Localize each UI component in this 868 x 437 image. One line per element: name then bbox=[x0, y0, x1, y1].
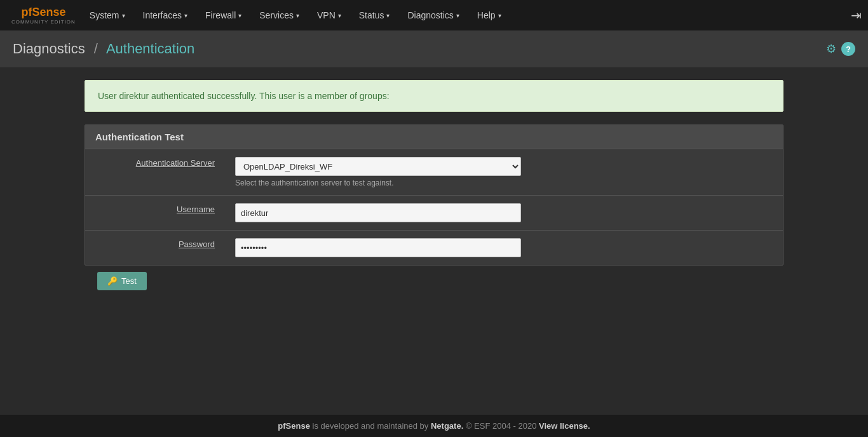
username-label-link[interactable]: Username bbox=[177, 205, 215, 214]
nav-label-services: Services bbox=[259, 10, 294, 20]
server-label: Authentication Server bbox=[136, 158, 215, 168]
logo-sub: COMMUNITY EDITION bbox=[11, 19, 76, 25]
password-row: Password bbox=[85, 231, 783, 266]
username-input-cell bbox=[225, 196, 783, 231]
nav-caret-status: ▾ bbox=[386, 12, 390, 19]
nav-item-services[interactable]: Services ▾ bbox=[250, 0, 308, 30]
breadcrumb-separator: / bbox=[94, 41, 98, 57]
footer-copy: © ESF 2004 - 2020 bbox=[466, 421, 539, 431]
nav-link-status[interactable]: Status ▾ bbox=[350, 0, 399, 30]
breadcrumb-parent: Diagnostics bbox=[13, 41, 85, 57]
server-select[interactable]: OpenLDAP_Direksi_WF Local Database bbox=[235, 157, 521, 176]
nav-caret-interfaces: ▾ bbox=[184, 12, 187, 19]
breadcrumb-bar: Diagnostics / Authentication ⚙ ? bbox=[0, 30, 868, 67]
breadcrumb-current: Authentication bbox=[106, 41, 194, 57]
nav-logo[interactable]: pfSense COMMUNITY EDITION bbox=[6, 4, 81, 26]
nav-caret-firewall: ▾ bbox=[238, 12, 241, 19]
nav-link-interfaces[interactable]: Interfaces ▾ bbox=[134, 0, 196, 30]
nav-link-firewall[interactable]: Firewall ▾ bbox=[196, 0, 250, 30]
server-row: Authentication Server OpenLDAP_Direksi_W… bbox=[85, 149, 783, 196]
password-input[interactable] bbox=[235, 238, 521, 257]
footer-brand: pfSense bbox=[278, 421, 310, 431]
password-input-cell bbox=[225, 231, 783, 266]
nav-link-services[interactable]: Services ▾ bbox=[250, 0, 308, 30]
nav-caret-system: ▾ bbox=[122, 12, 125, 19]
nav-link-system[interactable]: System ▾ bbox=[81, 0, 134, 30]
nav-item-firewall[interactable]: Firewall ▾ bbox=[196, 0, 250, 30]
password-label-link[interactable]: Password bbox=[179, 239, 215, 249]
card-body: Authentication Server OpenLDAP_Direksi_W… bbox=[85, 149, 783, 265]
main-content: User direktur authenticated successfully… bbox=[72, 67, 796, 303]
footer-company: Netgate. bbox=[431, 421, 463, 431]
footer-middle: is developed and maintained by bbox=[313, 421, 431, 431]
nav-item-diagnostics[interactable]: Diagnostics ▾ bbox=[398, 0, 468, 30]
footer: pfSense is developed and maintained by N… bbox=[0, 415, 868, 437]
nav-label-help: Help bbox=[477, 10, 496, 20]
nav-item-vpn[interactable]: VPN ▾ bbox=[308, 0, 350, 30]
form-table: Authentication Server OpenLDAP_Direksi_W… bbox=[85, 149, 783, 265]
nav-item-interfaces[interactable]: Interfaces ▾ bbox=[134, 0, 196, 30]
card-header: Authentication Test bbox=[85, 125, 783, 149]
test-button[interactable]: 🔑 Test bbox=[97, 272, 147, 290]
main-nav: pfSense COMMUNITY EDITION System ▾ Inter… bbox=[0, 0, 868, 30]
success-alert: User direktur authenticated successfully… bbox=[85, 80, 783, 112]
key-icon: 🔑 bbox=[107, 276, 118, 286]
nav-right: ⇥ bbox=[851, 8, 862, 23]
nav-label-firewall: Firewall bbox=[205, 10, 236, 20]
nav-caret-help: ▾ bbox=[498, 12, 501, 19]
nav-menu: System ▾ Interfaces ▾ Firewall ▾ Service… bbox=[81, 0, 510, 30]
help-icon[interactable]: ? bbox=[841, 42, 855, 56]
server-help: Select the authentication server to test… bbox=[235, 178, 773, 187]
nav-caret-vpn: ▾ bbox=[338, 12, 341, 19]
exit-icon: ⇥ bbox=[851, 8, 862, 22]
username-row: Username bbox=[85, 196, 783, 231]
nav-label-system: System bbox=[90, 10, 119, 20]
nav-link-vpn[interactable]: VPN ▾ bbox=[308, 0, 350, 30]
test-button-label: Test bbox=[121, 276, 137, 286]
card-title: Authentication Test bbox=[95, 131, 184, 142]
breadcrumb-actions: ⚙ ? bbox=[826, 42, 855, 56]
password-label: Password bbox=[179, 239, 215, 249]
alert-message: User direktur authenticated successfully… bbox=[98, 91, 390, 101]
nav-item-help[interactable]: Help ▾ bbox=[468, 0, 510, 30]
password-label-cell: Password bbox=[85, 231, 225, 266]
username-input[interactable] bbox=[235, 203, 521, 222]
nav-label-interfaces: Interfaces bbox=[143, 10, 182, 20]
nav-item-status[interactable]: Status ▾ bbox=[350, 0, 399, 30]
nav-label-vpn: VPN bbox=[317, 10, 336, 20]
nav-item-system[interactable]: System ▾ bbox=[81, 0, 134, 30]
settings-icon[interactable]: ⚙ bbox=[826, 42, 836, 56]
server-label-link[interactable]: Authentication Server bbox=[136, 158, 215, 168]
nav-caret-services: ▾ bbox=[296, 12, 299, 19]
nav-link-help[interactable]: Help ▾ bbox=[468, 0, 510, 30]
footer-license-text: View license. bbox=[539, 421, 590, 431]
server-label-cell: Authentication Server bbox=[85, 149, 225, 196]
username-label: Username bbox=[177, 205, 215, 214]
logo-pf: pf bbox=[21, 6, 32, 18]
nav-link-diagnostics[interactable]: Diagnostics ▾ bbox=[398, 0, 468, 30]
auth-test-card: Authentication Test Authentication Serve… bbox=[85, 124, 783, 266]
nav-label-diagnostics: Diagnostics bbox=[407, 10, 453, 20]
logo-brand: pfSense bbox=[21, 6, 65, 19]
logo-sense: Sense bbox=[32, 6, 65, 18]
nav-label-status: Status bbox=[359, 10, 384, 20]
nav-exit-link[interactable]: ⇥ bbox=[851, 8, 862, 23]
breadcrumb: Diagnostics / Authentication bbox=[13, 41, 194, 57]
server-input-cell: OpenLDAP_Direksi_WF Local Database Selec… bbox=[225, 149, 783, 196]
username-label-cell: Username bbox=[85, 196, 225, 231]
footer-license-link[interactable]: View license. bbox=[539, 421, 590, 431]
nav-caret-diagnostics: ▾ bbox=[456, 12, 459, 19]
